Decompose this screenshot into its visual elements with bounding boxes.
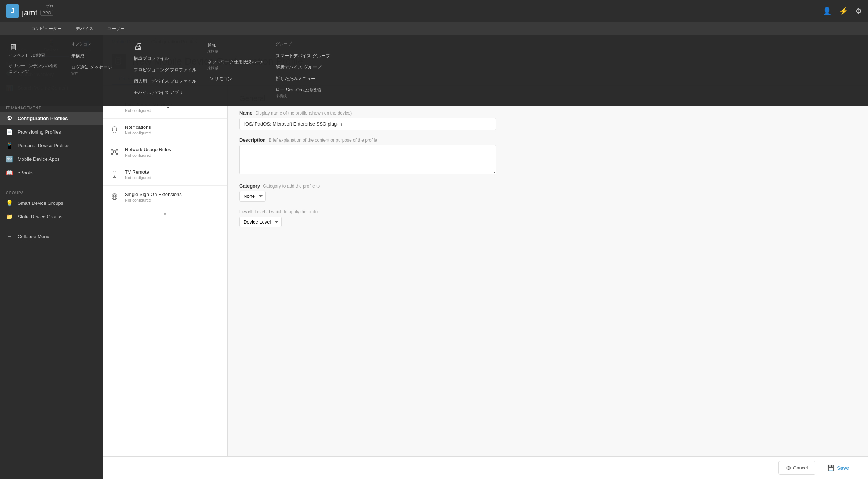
overlay-item-sso[interactable]: 単一 Sign-On 拡張機能未構成: [276, 86, 330, 100]
svg-rect-4: [112, 106, 117, 110]
cancel-button[interactable]: ⊗ Cancel: [778, 461, 815, 475]
network-rules-title: Network Usage Rules: [125, 147, 221, 152]
svg-line-13: [115, 153, 116, 154]
overlay-col-4: 通知未構成 ネットワーク使用状況ルール未構成 TV リモコン: [207, 41, 265, 100]
sidebar-collapse[interactable]: ← Collapse Menu: [0, 230, 103, 243]
list-item-notifications[interactable]: Notifications Not configured: [103, 119, 227, 141]
static-groups-icon: 📁: [6, 213, 13, 220]
secondary-nav-users[interactable]: ユーザー: [106, 26, 126, 32]
overlay-col-3: 🖨 構成プロファイル プロビジョニング プロファイル 個人用 デバイス プロファ…: [134, 41, 196, 100]
svg-line-12: [113, 153, 114, 154]
description-hint: Brief explanation of the content or purp…: [269, 138, 377, 143]
action-bar: ⊗ Cancel 💾 Save: [103, 456, 868, 479]
personal-device-icon: 📱: [6, 142, 13, 149]
overlay-item-tv[interactable]: TV リモコン: [207, 75, 265, 83]
notifications-title: Notifications: [125, 124, 221, 130]
overlay-item-apps[interactable]: モバイルデバイス アプリ: [134, 88, 196, 97]
sidebar-item-config-profiles[interactable]: ⚙ Configuration Profiles: [0, 112, 103, 125]
overlay-item-content-search[interactable]: ポリシーコンテンツの検索 コンテンツ: [9, 62, 60, 75]
sso-text: Single Sign-On Extensions Not configured: [125, 192, 221, 202]
name-label: Name: [239, 110, 252, 116]
sidebar-item-ebooks[interactable]: 📖 eBooks: [0, 166, 103, 179]
groups-label: GROUPS: [0, 189, 103, 196]
jamf-name: jamf: [22, 8, 37, 18]
description-label: Description: [239, 137, 266, 143]
pro-badge: PRO: [40, 10, 54, 16]
sidebar-item-mobile-apps[interactable]: 🔤 Mobile Device Apps: [0, 152, 103, 166]
svg-line-11: [115, 150, 116, 151]
overlay-item-opt1[interactable]: 未構成: [71, 52, 123, 60]
sso-icon: [109, 191, 120, 203]
list-pane: ▲ Lock Screen Message Not configured: [103, 86, 228, 457]
secondary-nav: コンピューター デバイス ユーザー: [0, 22, 868, 35]
save-icon: 💾: [827, 464, 835, 471]
notifications-text: Notifications Not configured: [125, 124, 221, 135]
list-item-tv-remote[interactable]: TV Remote Not configured: [103, 163, 227, 186]
svg-point-15: [114, 176, 115, 177]
jamf-logo: J プロ jamf PRO: [6, 4, 53, 18]
overlay-item-opt2[interactable]: ログ通知 メッセージ管理: [71, 63, 123, 77]
category-hint: Category to add the profile to: [263, 184, 320, 189]
level-select[interactable]: Device Level: [239, 217, 282, 227]
sidebar-item-static-groups[interactable]: 📁 Static Device Groups: [0, 210, 103, 224]
description-field-container: Description Brief explanation of the con…: [239, 137, 856, 176]
sidebar-item-smart-groups[interactable]: 💡 Smart Device Groups: [0, 196, 103, 210]
overlay-item-network[interactable]: ネットワーク使用状況ルール未構成: [207, 58, 265, 72]
lightning-icon[interactable]: ⚡: [839, 7, 848, 15]
tv-remote-title: TV Remote: [125, 169, 221, 175]
scroll-down-indicator: ▼: [103, 208, 227, 219]
overlay-col2-title: オプション: [71, 41, 123, 47]
category-select[interactable]: None: [239, 191, 266, 202]
list-item-network-rules[interactable]: Network Usage Rules Not configured: [103, 141, 227, 163]
overlay-item-config[interactable]: 構成プロファイル: [134, 54, 196, 63]
overlay-item-collapse[interactable]: 折りたたみメニュー: [276, 75, 330, 83]
detail-pane: General Name Display name of the profile…: [228, 86, 868, 457]
config-profiles-icon: ⚙: [6, 115, 13, 122]
level-label: Level: [239, 209, 252, 214]
name-field-container: Name Display name of the profile (shown …: [239, 110, 856, 130]
tv-remote-subtitle: Not configured: [125, 175, 221, 180]
user-icon[interactable]: 👤: [822, 7, 832, 15]
overlay-item-notif[interactable]: 通知未構成: [207, 41, 265, 55]
sidebar-item-personal-device[interactable]: 📱 Personal Device Profiles: [0, 139, 103, 152]
sidebar-management-section: IT MANAGEMENT ⚙ Configuration Profiles 📄…: [0, 101, 103, 182]
secondary-nav-devices[interactable]: デバイス: [74, 26, 95, 32]
overlay-col5-title: グループ: [276, 41, 330, 47]
pro-label: プロ: [22, 4, 53, 8]
sso-title: Single Sign-On Extensions: [125, 192, 221, 197]
provisioning-icon: 📄: [6, 128, 13, 135]
svg-point-6: [111, 149, 113, 150]
notifications-icon: [109, 124, 120, 135]
overlay-menu: 🖥 インベントリの検索 ポリシーコンテンツの検索 コンテンツ オプション 未構成…: [0, 35, 868, 106]
sidebar-item-provisioning[interactable]: 📄 Provisioning Profiles: [0, 125, 103, 139]
overlay-item-smart[interactable]: スマートデバイス グループ: [276, 52, 330, 60]
overlay-item-personal[interactable]: 個人用 デバイス プロファイル: [134, 77, 196, 86]
network-rules-subtitle: Not configured: [125, 153, 221, 157]
settings-icon[interactable]: ⚙: [856, 7, 862, 15]
top-nav: J プロ jamf PRO 👤 ⚡ ⚙: [0, 0, 868, 22]
lock-screen-subtitle: Not configured: [125, 108, 221, 113]
network-rules-icon: [109, 146, 120, 158]
mobile-apps-icon: 🔤: [6, 156, 13, 163]
overlay-col-2: オプション 未構成 ログ通知 メッセージ管理: [71, 41, 123, 100]
overlay-item-analytic[interactable]: 解析デバイス グループ: [276, 63, 330, 72]
level-hint: Level at which to apply the profile: [254, 209, 319, 214]
sidebar-groups-section: GROUPS 💡 Smart Device Groups 📁 Static De…: [0, 186, 103, 226]
overlay-item-provision[interactable]: プロビジョニング プロファイル: [134, 66, 196, 74]
level-field-container: Level Level at which to apply the profil…: [239, 209, 856, 227]
category-label: Category: [239, 183, 260, 189]
overlay-col-5: グループ スマートデバイス グループ 解析デバイス グループ 折りたたみメニュー…: [276, 41, 330, 100]
name-input[interactable]: [239, 118, 496, 130]
collapse-icon: ←: [6, 233, 13, 240]
svg-line-10: [113, 150, 114, 151]
cancel-icon: ⊗: [786, 464, 791, 471]
jamf-logo-icon: J: [6, 4, 19, 18]
tv-remote-text: TV Remote Not configured: [125, 169, 221, 180]
save-button[interactable]: 💾 Save: [820, 461, 856, 475]
category-field-container: Category Category to add the profile to …: [239, 183, 856, 202]
nav-icons: 👤 ⚡ ⚙: [822, 7, 862, 15]
secondary-nav-computers[interactable]: コンピューター: [29, 26, 63, 32]
overlay-item-inventory-search[interactable]: 🖥 インベントリの検索: [9, 41, 60, 59]
list-item-sso-extensions[interactable]: Single Sign-On Extensions Not configured: [103, 186, 227, 208]
description-textarea[interactable]: [239, 145, 496, 174]
